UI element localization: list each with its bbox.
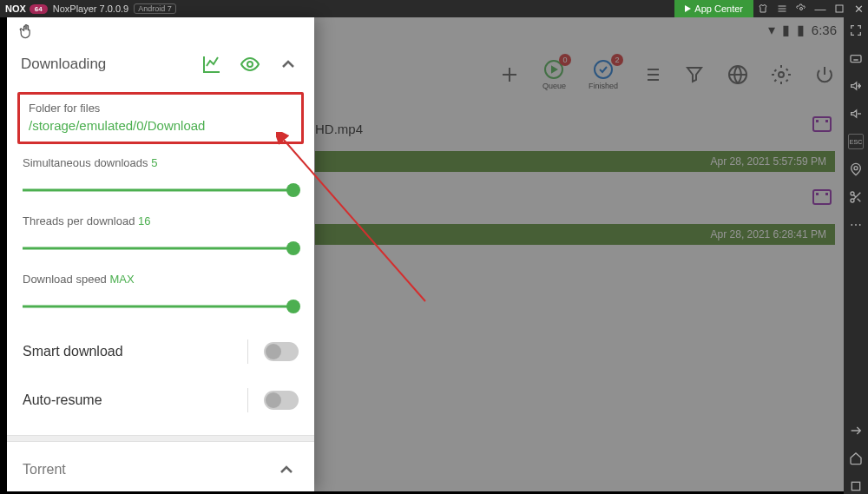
modal-dim[interactable] (314, 17, 844, 491)
app-name: NoxPlayer 7.0.0.9 (53, 3, 128, 14)
auto-resume-row: Auto-resume (7, 376, 314, 425)
keyboard-icon[interactable] (848, 50, 864, 66)
folder-label: Folder for files (29, 102, 293, 115)
menu-icon[interactable] (773, 3, 792, 14)
shirt-icon[interactable] (753, 3, 773, 14)
close-icon[interactable]: ✕ (849, 3, 868, 16)
svg-rect-9 (851, 56, 861, 63)
emulator-right-dock: ESC ⋯ (844, 17, 868, 494)
volume-down-icon[interactable] (848, 106, 864, 122)
scissors-icon[interactable] (848, 189, 864, 205)
eye-icon[interactable] (238, 52, 262, 76)
threads-slider[interactable] (23, 240, 299, 257)
smart-download-label: Smart download (23, 344, 247, 359)
gear-icon[interactable] (792, 3, 811, 14)
auto-resume-switch[interactable] (264, 391, 299, 410)
more-icon[interactable]: ⋯ (848, 217, 864, 233)
smart-download-row: Smart download (7, 327, 314, 376)
smart-download-switch[interactable] (264, 342, 299, 361)
app-center-button[interactable]: App Center (674, 0, 753, 17)
switch-divider (247, 339, 248, 364)
location-icon[interactable] (848, 161, 864, 177)
switch-divider (247, 388, 248, 412)
back-icon[interactable] (848, 423, 864, 438)
folder-setting[interactable]: Folder for files /storage/emulated/0/Dow… (17, 92, 304, 144)
window-titlebar: NOX 64 NoxPlayer 7.0.0.9 Android 7 App C… (0, 0, 868, 17)
settings-panel: Downloading Folder for files /storage/em… (7, 17, 314, 491)
speed-setting: Download speed MAX (7, 269, 314, 327)
speed-slider[interactable] (23, 298, 299, 315)
speed-value: MAX (109, 273, 134, 286)
speed-label: Download speed MAX (23, 273, 299, 286)
version-badge: 64 (30, 4, 48, 14)
svg-point-0 (800, 8, 803, 10)
maximize-icon[interactable] (830, 3, 849, 14)
svg-point-10 (854, 167, 858, 170)
svg-point-11 (851, 192, 854, 195)
fullscreen-icon[interactable] (848, 23, 864, 38)
chart-icon[interactable] (200, 52, 224, 76)
auto-resume-label: Auto-resume (23, 392, 247, 408)
android-badge: Android 7 (134, 3, 176, 14)
simultaneous-value: 5 (151, 156, 157, 169)
svg-rect-1 (836, 5, 843, 12)
simultaneous-setting: Simultaneous downloads 5 (7, 153, 314, 211)
svg-point-6 (247, 62, 253, 67)
downloading-section-header[interactable]: Downloading (7, 42, 314, 87)
recents-icon[interactable] (848, 478, 864, 494)
folder-path: /storage/emulated/0/Download (29, 118, 293, 133)
section-divider (7, 435, 314, 442)
threads-label: Threads per download 16 (23, 214, 299, 227)
torrent-title: Torrent (23, 462, 260, 478)
simultaneous-label: Simultaneous downloads 5 (23, 156, 299, 169)
downloading-title: Downloading (21, 56, 186, 73)
minimize-icon[interactable]: — (811, 3, 830, 16)
torrent-section-header[interactable]: Torrent (7, 442, 314, 491)
app-center-label: App Center (694, 3, 743, 14)
logo-text: NOX (5, 3, 26, 14)
volume-up-icon[interactable] (848, 78, 864, 94)
play-icon (685, 5, 691, 12)
threads-setting: Threads per download 16 (7, 211, 314, 269)
svg-rect-13 (852, 482, 859, 490)
chevron-up-icon[interactable] (274, 458, 299, 482)
home-icon[interactable] (848, 451, 864, 466)
chevron-up-icon[interactable] (276, 52, 300, 76)
emulator-screen: ▾ ▮ ▮ 6:36 0 Queue 2 Finished HD.m (7, 17, 844, 491)
threads-value: 16 (138, 214, 150, 227)
svg-point-12 (851, 199, 854, 202)
esc-icon[interactable]: ESC (848, 134, 864, 149)
simultaneous-slider[interactable] (23, 181, 299, 199)
